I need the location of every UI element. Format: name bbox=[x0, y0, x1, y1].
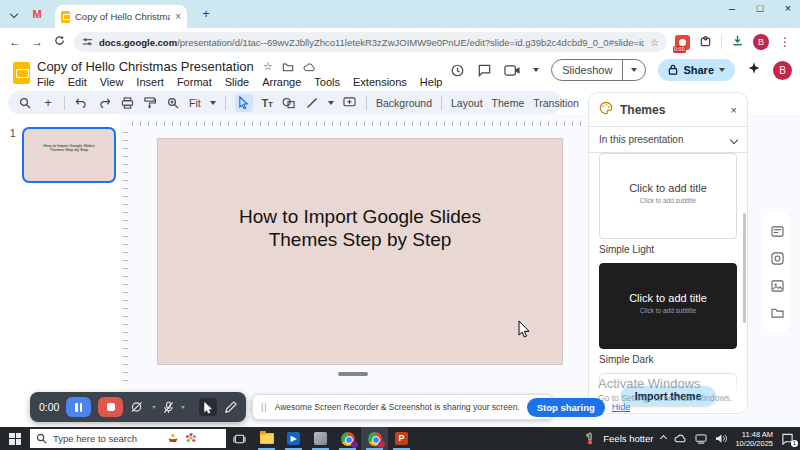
paint-format-icon[interactable] bbox=[143, 96, 157, 110]
canvas-scrollbar[interactable] bbox=[338, 372, 368, 376]
fit-caret-icon[interactable] bbox=[210, 101, 216, 105]
browser-profile-avatar[interactable]: B bbox=[753, 34, 769, 50]
transition-button[interactable]: Transition bbox=[533, 97, 579, 109]
layout-button[interactable]: Layout bbox=[451, 97, 483, 109]
slide-title-text[interactable]: How to Import Google Slides Themes Step … bbox=[158, 205, 562, 251]
tab-search-icon[interactable] bbox=[6, 6, 22, 22]
task-view-icon[interactable] bbox=[226, 427, 253, 450]
slide-thumbnail[interactable]: How to Import Google Slides Themes Step … bbox=[22, 127, 116, 183]
slideshow-button[interactable]: Slideshow bbox=[551, 59, 646, 81]
menu-insert[interactable]: Insert bbox=[136, 76, 164, 88]
text-box-tool-icon[interactable]: TT bbox=[262, 97, 273, 109]
line-caret-icon[interactable] bbox=[328, 101, 334, 105]
gemini-sparkle-icon[interactable] bbox=[747, 61, 761, 79]
slides-app-icon[interactable] bbox=[13, 62, 30, 84]
bookmark-star-icon[interactable]: ☆ bbox=[650, 37, 659, 48]
redo-icon[interactable] bbox=[97, 96, 111, 110]
line-tool-icon[interactable] bbox=[305, 96, 319, 110]
url-field[interactable]: docs.google.com/presentation/d/1tac--69w… bbox=[74, 32, 667, 52]
volume-icon[interactable] bbox=[715, 433, 727, 444]
panel-folder-icon[interactable] bbox=[771, 307, 784, 318]
background-button[interactable]: Background bbox=[376, 97, 432, 109]
themes-section-row[interactable]: In this presentation bbox=[589, 127, 747, 152]
slideshow-label[interactable]: Slideshow bbox=[552, 60, 622, 80]
chrome-profile1-icon[interactable] bbox=[334, 427, 361, 450]
theme-card-simple-dark[interactable]: Click to add title Click to add subtitle bbox=[599, 263, 737, 349]
taskbar-search-box[interactable] bbox=[30, 429, 226, 448]
network-icon[interactable] bbox=[695, 434, 707, 444]
mic-off-icon[interactable] bbox=[163, 401, 174, 414]
theme-card-simple-light[interactable]: Click to add title Click to add subtitle bbox=[599, 153, 737, 239]
file-explorer-icon[interactable] bbox=[253, 427, 280, 450]
meet-camera-icon[interactable] bbox=[504, 64, 521, 77]
tray-chevron-up-icon[interactable] bbox=[660, 435, 667, 442]
section-chevron-down-icon[interactable] bbox=[730, 135, 738, 143]
menu-file[interactable]: File bbox=[37, 76, 55, 88]
browser-menu-kebab-icon[interactable]: ⋮ bbox=[778, 35, 792, 49]
minimize-button[interactable]: – bbox=[726, 2, 738, 14]
new-slide-plus-icon[interactable]: + bbox=[41, 96, 55, 110]
recorder-select-tool-icon[interactable] bbox=[199, 398, 217, 416]
meet-caret-icon[interactable] bbox=[533, 68, 539, 72]
panel-contacts-icon[interactable] bbox=[771, 252, 784, 265]
forward-icon[interactable]: → bbox=[30, 35, 44, 49]
movies-tv-app-icon[interactable]: ▶ bbox=[280, 427, 307, 450]
reload-icon[interactable] bbox=[52, 35, 66, 49]
search-input[interactable] bbox=[53, 433, 161, 444]
slideshow-dropdown[interactable] bbox=[622, 60, 645, 80]
menu-slide[interactable]: Slide bbox=[225, 76, 249, 88]
undo-icon[interactable] bbox=[74, 96, 88, 110]
tab-close-icon[interactable]: × bbox=[175, 11, 181, 22]
move-to-folder-icon[interactable] bbox=[282, 61, 294, 73]
close-themes-panel-icon[interactable]: × bbox=[731, 104, 737, 116]
gmail-pinned-tab-icon[interactable]: M bbox=[28, 5, 46, 23]
print-icon[interactable] bbox=[120, 96, 134, 110]
site-settings-icon[interactable] bbox=[82, 33, 93, 51]
active-tab[interactable]: Copy of Hello Christmas Presen × bbox=[55, 5, 187, 28]
drag-handle-icon[interactable]: || bbox=[261, 402, 268, 412]
menu-edit[interactable]: Edit bbox=[68, 76, 87, 88]
zoom-icon[interactable] bbox=[166, 96, 180, 110]
document-title[interactable]: Copy of Hello Christmas Presentation bbox=[37, 59, 254, 74]
recorder-pen-tool-icon[interactable] bbox=[224, 401, 237, 414]
stop-sharing-button[interactable]: Stop sharing bbox=[527, 398, 605, 417]
star-document-icon[interactable]: ☆ bbox=[263, 60, 273, 73]
mic-options-caret-icon[interactable] bbox=[181, 406, 185, 409]
camera-off-icon[interactable] bbox=[130, 401, 145, 413]
menu-extensions[interactable]: Extensions bbox=[353, 76, 407, 88]
shape-tool-icon[interactable] bbox=[282, 96, 296, 110]
menu-format[interactable]: Format bbox=[177, 76, 212, 88]
select-tool-icon[interactable] bbox=[235, 94, 253, 112]
import-theme-button[interactable]: Import theme bbox=[621, 386, 716, 406]
zoom-fit-dropdown[interactable]: Fit bbox=[189, 97, 201, 109]
account-avatar[interactable]: B bbox=[773, 61, 792, 80]
action-center-icon[interactable]: 1 bbox=[781, 433, 794, 445]
camera-options-caret-icon[interactable] bbox=[152, 406, 156, 409]
weather-thermometer-icon[interactable] bbox=[585, 432, 595, 445]
maximize-button[interactable]: □ bbox=[754, 2, 766, 14]
hide-sharing-bar-link[interactable]: Hide bbox=[612, 402, 631, 412]
taskbar-clock[interactable]: 11:48 AM 10/20/2025 bbox=[735, 430, 773, 448]
cloud-saved-icon[interactable] bbox=[303, 61, 316, 73]
close-window-button[interactable]: × bbox=[782, 2, 794, 14]
themes-panel-scrollbar[interactable] bbox=[743, 213, 746, 323]
weather-label[interactable]: Feels hotter bbox=[603, 433, 653, 444]
current-slide[interactable]: How to Import Google Slides Themes Step … bbox=[157, 138, 563, 365]
search-menus-icon[interactable] bbox=[18, 96, 32, 110]
menu-tools[interactable]: Tools bbox=[314, 76, 340, 88]
share-button[interactable]: Share bbox=[658, 59, 735, 81]
taskbar-app-icon[interactable] bbox=[307, 427, 334, 450]
powerpoint-icon[interactable]: P bbox=[388, 427, 415, 450]
menu-arrange[interactable]: Arrange bbox=[262, 76, 301, 88]
start-button[interactable] bbox=[0, 427, 30, 450]
share-caret-icon[interactable] bbox=[719, 68, 725, 72]
onedrive-icon[interactable] bbox=[674, 434, 687, 443]
chrome-profile2-icon[interactable] bbox=[361, 427, 388, 450]
comments-icon[interactable] bbox=[477, 63, 492, 78]
menu-view[interactable]: View bbox=[100, 76, 124, 88]
panel-card-icon[interactable] bbox=[771, 226, 784, 237]
insert-comment-icon[interactable] bbox=[343, 96, 357, 110]
version-history-icon[interactable] bbox=[450, 63, 465, 78]
theme-button[interactable]: Theme bbox=[492, 97, 525, 109]
new-tab-button[interactable]: + bbox=[198, 6, 214, 21]
